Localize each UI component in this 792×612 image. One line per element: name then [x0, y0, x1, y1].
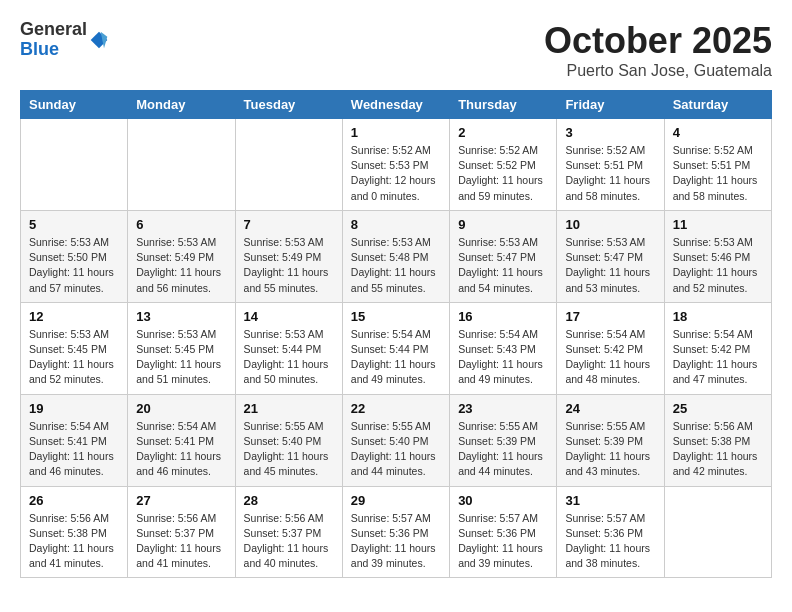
- calendar-week-row: 5Sunrise: 5:53 AM Sunset: 5:50 PM Daylig…: [21, 210, 772, 302]
- calendar-cell: 20Sunrise: 5:54 AM Sunset: 5:41 PM Dayli…: [128, 394, 235, 486]
- calendar-cell: 24Sunrise: 5:55 AM Sunset: 5:39 PM Dayli…: [557, 394, 664, 486]
- day-number: 16: [458, 309, 548, 324]
- day-number: 22: [351, 401, 441, 416]
- weekday-header-thursday: Thursday: [450, 91, 557, 119]
- day-number: 19: [29, 401, 119, 416]
- day-number: 4: [673, 125, 763, 140]
- weekday-header-wednesday: Wednesday: [342, 91, 449, 119]
- calendar-cell: 21Sunrise: 5:55 AM Sunset: 5:40 PM Dayli…: [235, 394, 342, 486]
- calendar-cell: 14Sunrise: 5:53 AM Sunset: 5:44 PM Dayli…: [235, 302, 342, 394]
- location-subtitle: Puerto San Jose, Guatemala: [544, 62, 772, 80]
- calendar-cell: 25Sunrise: 5:56 AM Sunset: 5:38 PM Dayli…: [664, 394, 771, 486]
- day-info: Sunrise: 5:54 AM Sunset: 5:43 PM Dayligh…: [458, 327, 548, 388]
- calendar-cell: 31Sunrise: 5:57 AM Sunset: 5:36 PM Dayli…: [557, 486, 664, 578]
- day-number: 7: [244, 217, 334, 232]
- month-title: October 2025: [544, 20, 772, 62]
- calendar-week-row: 12Sunrise: 5:53 AM Sunset: 5:45 PM Dayli…: [21, 302, 772, 394]
- day-info: Sunrise: 5:53 AM Sunset: 5:49 PM Dayligh…: [136, 235, 226, 296]
- calendar-cell: 8Sunrise: 5:53 AM Sunset: 5:48 PM Daylig…: [342, 210, 449, 302]
- logo-general: General: [20, 20, 87, 40]
- day-info: Sunrise: 5:53 AM Sunset: 5:47 PM Dayligh…: [458, 235, 548, 296]
- calendar-cell: 5Sunrise: 5:53 AM Sunset: 5:50 PM Daylig…: [21, 210, 128, 302]
- day-number: 14: [244, 309, 334, 324]
- day-info: Sunrise: 5:53 AM Sunset: 5:49 PM Dayligh…: [244, 235, 334, 296]
- day-number: 8: [351, 217, 441, 232]
- calendar-week-row: 19Sunrise: 5:54 AM Sunset: 5:41 PM Dayli…: [21, 394, 772, 486]
- day-number: 27: [136, 493, 226, 508]
- day-number: 23: [458, 401, 548, 416]
- day-number: 12: [29, 309, 119, 324]
- calendar-cell: 16Sunrise: 5:54 AM Sunset: 5:43 PM Dayli…: [450, 302, 557, 394]
- calendar-week-row: 26Sunrise: 5:56 AM Sunset: 5:38 PM Dayli…: [21, 486, 772, 578]
- day-info: Sunrise: 5:53 AM Sunset: 5:50 PM Dayligh…: [29, 235, 119, 296]
- day-info: Sunrise: 5:54 AM Sunset: 5:44 PM Dayligh…: [351, 327, 441, 388]
- calendar-cell: 12Sunrise: 5:53 AM Sunset: 5:45 PM Dayli…: [21, 302, 128, 394]
- day-info: Sunrise: 5:54 AM Sunset: 5:42 PM Dayligh…: [565, 327, 655, 388]
- calendar-cell: 15Sunrise: 5:54 AM Sunset: 5:44 PM Dayli…: [342, 302, 449, 394]
- calendar-cell: 19Sunrise: 5:54 AM Sunset: 5:41 PM Dayli…: [21, 394, 128, 486]
- day-number: 25: [673, 401, 763, 416]
- day-info: Sunrise: 5:55 AM Sunset: 5:39 PM Dayligh…: [458, 419, 548, 480]
- day-info: Sunrise: 5:53 AM Sunset: 5:44 PM Dayligh…: [244, 327, 334, 388]
- day-number: 10: [565, 217, 655, 232]
- calendar-cell: [664, 486, 771, 578]
- day-info: Sunrise: 5:52 AM Sunset: 5:51 PM Dayligh…: [565, 143, 655, 204]
- day-info: Sunrise: 5:57 AM Sunset: 5:36 PM Dayligh…: [565, 511, 655, 572]
- weekday-header-saturday: Saturday: [664, 91, 771, 119]
- day-info: Sunrise: 5:55 AM Sunset: 5:39 PM Dayligh…: [565, 419, 655, 480]
- day-info: Sunrise: 5:53 AM Sunset: 5:47 PM Dayligh…: [565, 235, 655, 296]
- day-number: 1: [351, 125, 441, 140]
- day-number: 21: [244, 401, 334, 416]
- weekday-header-sunday: Sunday: [21, 91, 128, 119]
- calendar-cell: 28Sunrise: 5:56 AM Sunset: 5:37 PM Dayli…: [235, 486, 342, 578]
- day-info: Sunrise: 5:56 AM Sunset: 5:37 PM Dayligh…: [136, 511, 226, 572]
- day-info: Sunrise: 5:55 AM Sunset: 5:40 PM Dayligh…: [351, 419, 441, 480]
- calendar-cell: 26Sunrise: 5:56 AM Sunset: 5:38 PM Dayli…: [21, 486, 128, 578]
- day-info: Sunrise: 5:53 AM Sunset: 5:45 PM Dayligh…: [29, 327, 119, 388]
- day-number: 20: [136, 401, 226, 416]
- day-number: 29: [351, 493, 441, 508]
- calendar-cell: 2Sunrise: 5:52 AM Sunset: 5:52 PM Daylig…: [450, 119, 557, 211]
- day-number: 18: [673, 309, 763, 324]
- calendar-cell: 9Sunrise: 5:53 AM Sunset: 5:47 PM Daylig…: [450, 210, 557, 302]
- weekday-header-monday: Monday: [128, 91, 235, 119]
- day-number: 30: [458, 493, 548, 508]
- logo-blue: Blue: [20, 40, 87, 60]
- day-info: Sunrise: 5:56 AM Sunset: 5:38 PM Dayligh…: [673, 419, 763, 480]
- calendar-table: SundayMondayTuesdayWednesdayThursdayFrid…: [20, 90, 772, 578]
- title-block: October 2025 Puerto San Jose, Guatemala: [544, 20, 772, 80]
- calendar-cell: [21, 119, 128, 211]
- calendar-cell: 30Sunrise: 5:57 AM Sunset: 5:36 PM Dayli…: [450, 486, 557, 578]
- calendar-cell: 11Sunrise: 5:53 AM Sunset: 5:46 PM Dayli…: [664, 210, 771, 302]
- day-info: Sunrise: 5:53 AM Sunset: 5:45 PM Dayligh…: [136, 327, 226, 388]
- day-number: 15: [351, 309, 441, 324]
- calendar-cell: 4Sunrise: 5:52 AM Sunset: 5:51 PM Daylig…: [664, 119, 771, 211]
- day-info: Sunrise: 5:52 AM Sunset: 5:52 PM Dayligh…: [458, 143, 548, 204]
- day-info: Sunrise: 5:55 AM Sunset: 5:40 PM Dayligh…: [244, 419, 334, 480]
- day-number: 6: [136, 217, 226, 232]
- calendar-cell: 1Sunrise: 5:52 AM Sunset: 5:53 PM Daylig…: [342, 119, 449, 211]
- day-info: Sunrise: 5:53 AM Sunset: 5:48 PM Dayligh…: [351, 235, 441, 296]
- day-info: Sunrise: 5:52 AM Sunset: 5:53 PM Dayligh…: [351, 143, 441, 204]
- day-number: 9: [458, 217, 548, 232]
- calendar-cell: 10Sunrise: 5:53 AM Sunset: 5:47 PM Dayli…: [557, 210, 664, 302]
- day-number: 28: [244, 493, 334, 508]
- day-info: Sunrise: 5:57 AM Sunset: 5:36 PM Dayligh…: [458, 511, 548, 572]
- day-number: 11: [673, 217, 763, 232]
- day-number: 5: [29, 217, 119, 232]
- page-header: General Blue October 2025 Puerto San Jos…: [20, 20, 772, 80]
- day-number: 26: [29, 493, 119, 508]
- calendar-cell: 7Sunrise: 5:53 AM Sunset: 5:49 PM Daylig…: [235, 210, 342, 302]
- day-info: Sunrise: 5:57 AM Sunset: 5:36 PM Dayligh…: [351, 511, 441, 572]
- calendar-cell: 22Sunrise: 5:55 AM Sunset: 5:40 PM Dayli…: [342, 394, 449, 486]
- calendar-cell: 13Sunrise: 5:53 AM Sunset: 5:45 PM Dayli…: [128, 302, 235, 394]
- day-info: Sunrise: 5:54 AM Sunset: 5:41 PM Dayligh…: [136, 419, 226, 480]
- calendar-cell: 17Sunrise: 5:54 AM Sunset: 5:42 PM Dayli…: [557, 302, 664, 394]
- day-number: 17: [565, 309, 655, 324]
- calendar-cell: 18Sunrise: 5:54 AM Sunset: 5:42 PM Dayli…: [664, 302, 771, 394]
- day-number: 2: [458, 125, 548, 140]
- logo-icon: [89, 30, 109, 50]
- calendar-cell: 3Sunrise: 5:52 AM Sunset: 5:51 PM Daylig…: [557, 119, 664, 211]
- calendar-cell: [128, 119, 235, 211]
- weekday-header-row: SundayMondayTuesdayWednesdayThursdayFrid…: [21, 91, 772, 119]
